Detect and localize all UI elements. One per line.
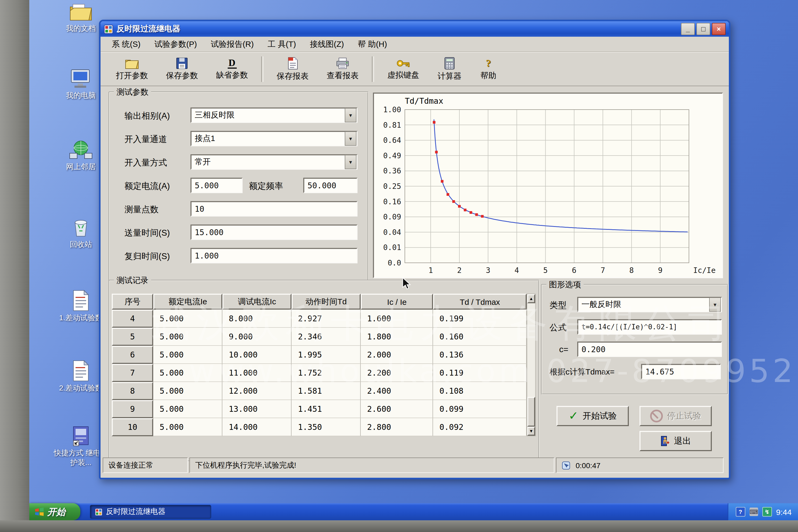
cell-ic: 14.000 [222, 418, 291, 436]
view-report-icon [336, 57, 349, 69]
maximize-button[interactable]: □ [697, 23, 710, 35]
taskbar: 开始 反时限过流继电器 ? ⌨ ↯ 9:44 [29, 503, 798, 520]
group-title: 图形选项 [546, 280, 584, 290]
dropdown-arrow-icon[interactable]: ▼ [345, 108, 357, 122]
document-icon [70, 360, 92, 382]
svg-text:4: 4 [514, 266, 519, 275]
svg-text:7: 7 [601, 266, 605, 275]
view-report-button[interactable]: 查看报表 [318, 54, 367, 84]
svg-text:Ic/Ie: Ic/Ie [693, 266, 716, 275]
table-row[interactable]: 4 5.000 8.000 2.927 1.600 0.199 [112, 310, 527, 328]
svg-text:3: 3 [486, 266, 490, 275]
cell-td-tdmax: 0.160 [433, 328, 527, 346]
start-button[interactable]: 开始 [29, 503, 80, 520]
input-mode-select[interactable]: 常开 ▼ [190, 154, 358, 170]
dropdown-arrow-icon[interactable]: ▼ [709, 298, 721, 312]
group-title: 测试参数 [114, 87, 151, 97]
default-params-icon: D [227, 58, 236, 68]
help-button[interactable]: ? 帮助 [471, 54, 506, 84]
test-params-group: 测试参数 输出相别(A) 三相反时限 ▼ 开入量通道 接点1 ▼ 开入量方式 常… [109, 92, 369, 281]
rated-current-input[interactable] [190, 178, 243, 193]
dropdown-arrow-icon[interactable]: ▼ [345, 131, 357, 146]
scroll-up-button[interactable]: ▲ [527, 294, 535, 303]
svg-text:1.00: 1.00 [383, 105, 401, 114]
svg-text:5: 5 [543, 266, 548, 275]
minimize-button[interactable]: _ [681, 23, 695, 35]
svg-text:6: 6 [572, 266, 576, 275]
menu-test-params[interactable]: 试验参数(P) [147, 38, 204, 51]
menu-bar: 系 统(S) 试验参数(P) 试验报告(R) 工 具(T) 接线图(Z) 帮 助… [100, 37, 729, 52]
reset-time-input[interactable] [190, 248, 358, 263]
curve-type-select[interactable]: 一般反时限 ▼ [577, 297, 722, 312]
help-icon: ? [486, 57, 491, 69]
table-row[interactable]: 7 5.000 11.000 1.752 2.200 0.119 [112, 364, 527, 382]
table-row[interactable]: 5 5.000 9.000 2.346 1.800 0.160 [112, 328, 527, 346]
input-channel-label: 开入量通道 [125, 134, 167, 145]
default-params-button[interactable]: D 缺省参数 [207, 54, 257, 84]
table-scrollbar[interactable]: ▲ ▼ [527, 294, 536, 436]
app-icon [104, 24, 113, 34]
virtual-keyboard-icon [396, 58, 410, 68]
cell-td: 1.451 [291, 400, 361, 418]
rated-freq-input[interactable] [303, 178, 358, 193]
input-channel-select[interactable]: 接点1 ▼ [190, 131, 358, 146]
virtual-keyboard-button[interactable]: 虚拟键盘 [378, 54, 428, 84]
status-timer-panel: 0:00:47 [556, 457, 723, 473]
exit-button[interactable]: 退出 [640, 431, 712, 451]
scrollbar-track[interactable] [527, 303, 535, 427]
cell-td-tdmax: 0.099 [433, 400, 527, 418]
save-report-button[interactable]: 保存报表 [268, 54, 318, 84]
svg-text:0.25: 0.25 [383, 182, 401, 191]
taskbar-item-app[interactable]: 反时限过流继电器 [90, 505, 211, 519]
tray-help-icon[interactable]: ? [736, 507, 745, 517]
scroll-down-button[interactable]: ▼ [527, 427, 535, 436]
open-params-icon [125, 57, 139, 69]
window-title: 反时限过流继电器 [116, 24, 679, 34]
output-phase-select[interactable]: 三相反时限 ▼ [190, 108, 358, 123]
cell-ic-ie: 2.600 [361, 400, 433, 418]
c-input[interactable] [577, 342, 722, 357]
open-params-button[interactable]: 打开参数 [107, 54, 157, 84]
delivery-time-input[interactable] [190, 225, 358, 240]
table-row[interactable]: 10 5.000 14.000 1.350 2.800 0.092 [112, 418, 527, 436]
menu-help[interactable]: 帮 助(H) [351, 38, 394, 51]
c-label: c= [559, 345, 568, 354]
tdmax-input[interactable] [641, 364, 721, 379]
scrollbar-thumb[interactable] [527, 397, 535, 427]
svg-text:0.0: 0.0 [387, 259, 401, 267]
recycle-bin-icon [69, 217, 93, 238]
menu-wiring-diagram[interactable]: 接线图(Z) [303, 38, 351, 51]
cell-ic-ie: 2.800 [361, 418, 433, 436]
measure-points-input[interactable] [190, 201, 358, 216]
table-row[interactable]: 6 5.000 10.000 1.995 2.000 0.136 [112, 346, 527, 364]
start-test-button[interactable]: ✓ 开始试验 [556, 406, 629, 426]
cell-td-tdmax: 0.108 [433, 382, 527, 400]
dropdown-arrow-icon[interactable]: ▼ [345, 155, 357, 169]
svg-text:0.81: 0.81 [383, 121, 401, 130]
table-row[interactable]: 8 5.000 12.000 1.581 2.400 0.108 [112, 382, 527, 400]
svg-text:9: 9 [658, 266, 663, 275]
menu-tools[interactable]: 工 具(T) [261, 38, 303, 51]
measure-points-label: 测量点数 [125, 204, 158, 215]
clock[interactable]: 9:44 [776, 507, 792, 516]
mouse-cursor [402, 277, 413, 290]
photo-of-screen: 我的文档 我的电脑 网上邻居 [0, 0, 798, 532]
cell-ic-ie: 1.600 [361, 310, 433, 328]
col-header-td: 动作时间Td [291, 294, 361, 310]
tray-device-icon[interactable]: ⌨ [749, 508, 758, 516]
formula-label: 公式 [550, 322, 567, 334]
formula-input[interactable] [577, 319, 722, 335]
tray-network-icon[interactable]: ↯ [762, 507, 772, 517]
table-row[interactable]: 9 5.000 13.000 1.451 2.600 0.099 [112, 400, 527, 418]
cell-ic: 10.000 [222, 346, 291, 364]
save-params-button[interactable]: 保存参数 [157, 54, 207, 84]
menu-test-report[interactable]: 试验报告(R) [204, 38, 261, 51]
records-table: 序号 额定电流Ie 调试电流Ic 动作时间Td Ic / Ie Td / Tdm… [112, 294, 527, 436]
window-titlebar[interactable]: 反时限过流继电器 _ □ × [100, 21, 729, 37]
calculator-button[interactable]: 计算器 [428, 54, 471, 84]
toolbar-separator [372, 56, 374, 82]
close-button[interactable]: × [712, 23, 726, 35]
cell-ie: 5.000 [153, 382, 222, 400]
stop-test-button[interactable]: 停止试验 [640, 406, 712, 426]
menu-system[interactable]: 系 统(S) [105, 38, 147, 51]
